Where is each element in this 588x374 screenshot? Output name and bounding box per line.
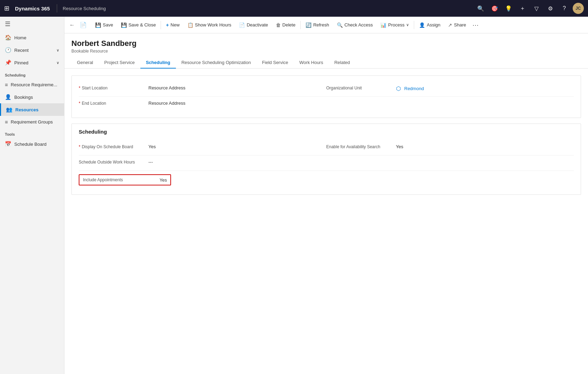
cmd-sep-1 bbox=[161, 21, 161, 29]
doc-button[interactable]: 📄 bbox=[78, 20, 89, 30]
display-schedule-row: * Display On Schedule Board Yes Enable f… bbox=[79, 140, 574, 156]
sidebar-item-resource-requirements[interactable]: ≡ Resource Requireme... bbox=[0, 79, 64, 91]
lightbulb-icon[interactable]: 💡 bbox=[503, 3, 514, 14]
display-required: * bbox=[79, 144, 80, 149]
start-location-required: * bbox=[79, 86, 80, 90]
cmd-nav: ← 📄 bbox=[67, 20, 89, 30]
form-content: * Start Location Resource Address Organi… bbox=[64, 69, 588, 374]
target-icon[interactable]: 🎯 bbox=[489, 3, 500, 14]
tab-general[interactable]: General bbox=[71, 57, 99, 69]
process-button[interactable]: 📊 Process ∨ bbox=[377, 20, 412, 30]
include-appointments-value: Yes bbox=[160, 177, 167, 183]
org-unit-label: Organizational Unit bbox=[326, 85, 396, 90]
availability-label: Enable for Availability Search bbox=[326, 144, 396, 149]
location-section: * Start Location Resource Address Organi… bbox=[71, 75, 581, 118]
org-unit-value[interactable]: ⬡ Redmond bbox=[396, 85, 424, 92]
cmd-sep-2 bbox=[300, 21, 301, 29]
schedule-board-icon: 📅 bbox=[5, 141, 11, 147]
deactivate-button[interactable]: 📄 Deactivate bbox=[235, 20, 271, 30]
sidebar-label-pinned: Pinned bbox=[14, 60, 28, 65]
tab-scheduling[interactable]: Scheduling bbox=[140, 57, 176, 69]
main-content: ← 📄 💾 Save 💾 Save & Close + New 📋 Show W… bbox=[64, 17, 588, 374]
start-location-label: * Start Location bbox=[79, 85, 148, 90]
help-icon[interactable]: ? bbox=[559, 3, 570, 14]
include-appointments-row: Include Appointments Yes bbox=[79, 171, 574, 189]
tab-project-service[interactable]: Project Service bbox=[99, 57, 140, 69]
end-location-label: * End Location bbox=[79, 100, 148, 106]
deactivate-label: Deactivate bbox=[247, 22, 268, 27]
end-location-col: * End Location Resource Address bbox=[79, 100, 326, 106]
sidebar-item-schedule-board[interactable]: 📅 Schedule Board bbox=[0, 138, 64, 150]
org-unit-icon: ⬡ bbox=[396, 85, 401, 92]
save-close-label: Save & Close bbox=[129, 22, 156, 27]
back-button[interactable]: ← bbox=[67, 20, 77, 30]
sidebar-item-resources[interactable]: 👥 Resources bbox=[0, 103, 64, 116]
settings-icon[interactable]: ⚙ bbox=[545, 3, 556, 14]
more-button[interactable]: ⋯ bbox=[470, 21, 481, 29]
filter-icon[interactable]: ▽ bbox=[531, 3, 542, 14]
save-close-button[interactable]: 💾 Save & Close bbox=[117, 20, 160, 30]
show-work-hours-button[interactable]: 📋 Show Work Hours bbox=[184, 20, 235, 30]
cmd-sep-3 bbox=[414, 21, 414, 29]
availability-value: Yes bbox=[396, 144, 403, 149]
delete-button[interactable]: 🗑 Delete bbox=[272, 20, 299, 30]
sidebar-label-bookings: Bookings bbox=[14, 95, 33, 100]
sidebar-item-bookings[interactable]: 👤 Bookings bbox=[0, 91, 64, 103]
save-button[interactable]: 💾 Save bbox=[92, 20, 117, 30]
nav-divider bbox=[57, 4, 57, 13]
refresh-button[interactable]: 🔄 Refresh bbox=[302, 20, 333, 30]
show-work-hours-label: Show Work Hours bbox=[195, 22, 232, 27]
sidebar-item-pinned[interactable]: 📌 Pinned ∨ bbox=[0, 56, 64, 69]
resources-icon: 👥 bbox=[6, 106, 13, 113]
display-schedule-col: * Display On Schedule Board Yes bbox=[79, 144, 326, 149]
page-header: Norbert Sandberg Bookable Resource bbox=[64, 33, 588, 54]
entity-type: Bookable Resource bbox=[71, 49, 581, 54]
include-appointments-col: Include Appointments Yes bbox=[79, 174, 326, 185]
tab-field-service[interactable]: Field Service bbox=[256, 57, 294, 69]
check-access-label: Check Access bbox=[345, 22, 373, 27]
sidebar-label-req-groups: Requirement Groups bbox=[11, 119, 53, 125]
req-groups-icon: ≡ bbox=[5, 119, 8, 125]
add-icon[interactable]: ＋ bbox=[517, 3, 528, 14]
check-access-button[interactable]: 🔍 Check Access bbox=[333, 20, 377, 30]
assign-icon: 👤 bbox=[419, 22, 425, 28]
module-name: Resource Scheduling bbox=[63, 6, 106, 11]
process-icon: 📊 bbox=[380, 22, 386, 28]
sidebar-item-recent[interactable]: 🕐 Recent ∨ bbox=[0, 44, 64, 56]
sidebar-label-recent: Recent bbox=[14, 48, 29, 53]
waffle-icon[interactable]: ⊞ bbox=[4, 5, 9, 12]
tab-related[interactable]: Related bbox=[329, 57, 356, 69]
availability-col: Enable for Availability Search Yes bbox=[326, 144, 574, 149]
scheduling-section-title: Scheduling bbox=[72, 124, 581, 135]
location-section-inner: * Start Location Resource Address Organi… bbox=[72, 76, 581, 118]
tab-resource-scheduling-optimization[interactable]: Resource Scheduling Optimization bbox=[176, 57, 256, 69]
save-label: Save bbox=[103, 22, 113, 27]
save-icon: 💾 bbox=[95, 22, 101, 28]
sidebar-toggle[interactable]: ☰ bbox=[0, 17, 64, 31]
show-work-hours-icon: 📋 bbox=[187, 22, 193, 28]
org-unit-col: Organizational Unit ⬡ Redmond bbox=[326, 85, 574, 92]
recent-chevron: ∨ bbox=[56, 48, 59, 53]
sidebar-item-requirement-groups[interactable]: ≡ Requirement Groups bbox=[0, 116, 64, 128]
delete-label: Delete bbox=[283, 22, 296, 27]
app-title: Dynamics 365 bbox=[15, 6, 50, 11]
new-icon: + bbox=[166, 22, 169, 28]
home-icon: 🏠 bbox=[5, 34, 11, 41]
assign-button[interactable]: 👤 Assign bbox=[416, 20, 444, 30]
start-location-row: * Start Location Resource Address Organi… bbox=[79, 81, 574, 97]
start-location-col: * Start Location Resource Address bbox=[79, 85, 326, 90]
tabs-bar: General Project Service Scheduling Resou… bbox=[64, 54, 588, 69]
tab-work-hours[interactable]: Work Hours bbox=[294, 57, 328, 69]
include-appointments-highlight: Include Appointments Yes bbox=[79, 174, 171, 185]
new-button[interactable]: + New bbox=[162, 20, 183, 30]
sidebar-item-home[interactable]: 🏠 Home bbox=[0, 31, 64, 44]
share-button[interactable]: ↗ Share bbox=[444, 20, 470, 30]
deactivate-icon: 📄 bbox=[239, 22, 245, 28]
scheduling-section: Scheduling * Display On Schedule Board Y… bbox=[71, 124, 581, 195]
command-bar: ← 📄 💾 Save 💾 Save & Close + New 📋 Show W… bbox=[64, 17, 588, 33]
share-label: Share bbox=[454, 22, 466, 27]
schedule-outside-row: Schedule Outside Work Hours --- bbox=[79, 156, 574, 171]
pinned-chevron: ∨ bbox=[56, 61, 59, 65]
search-icon[interactable]: 🔍 bbox=[475, 3, 486, 14]
avatar[interactable]: JC bbox=[573, 3, 584, 14]
